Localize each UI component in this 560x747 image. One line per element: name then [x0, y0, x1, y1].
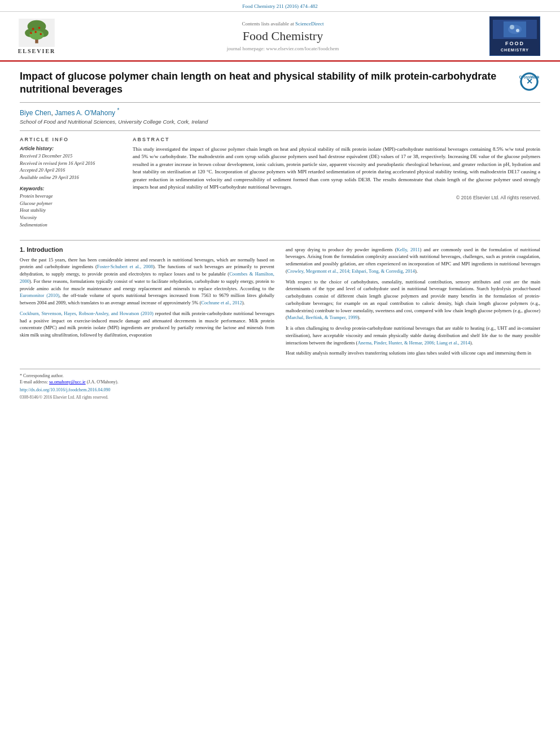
body-para-r4: Heat stability analysis normally involve…	[286, 350, 540, 357]
crossmark-section[interactable]: ✕ CrossMark	[518, 70, 540, 93]
keywords-section: Keywords: Protein beverage Glucose polym…	[20, 186, 121, 229]
ref-foster-schubert[interactable]: Foster-Schubert et al., 2008	[97, 264, 153, 269]
journal-title: Food Chemistry	[90, 29, 475, 43]
body-col-right: and spray drying to produce dry powder i…	[286, 246, 540, 361]
journal-homepage: journal homepage: www.elsevier.com/locat…	[90, 46, 475, 51]
ref-crowley[interactable]: Crowley, Megemont et al., 2014; Eshpari,…	[287, 268, 415, 274]
email-person: (J.A. O'Mahony).	[87, 379, 119, 385]
article-footer: * Corresponding author. E-mail address: …	[20, 369, 540, 402]
available-date: Available online 29 April 2016	[20, 174, 121, 181]
accepted-date: Accepted 20 April 2016	[20, 167, 121, 174]
article-info-heading: ARTICLE INFO	[20, 137, 121, 142]
body-para-r1: and spray drying to produce dry powder i…	[286, 246, 540, 275]
abstract-copyright: © 2016 Elsevier Ltd. All rights reserved…	[133, 195, 540, 200]
svg-point-14	[516, 29, 519, 32]
author-names: Biye Chen, James A. O'Mahony *	[20, 109, 119, 117]
svg-point-10	[30, 32, 32, 34]
ref-euromonitor[interactable]: Euromonitor (2010)	[20, 292, 59, 298]
ref-coombes[interactable]: Coombes & Hamilton, 2000	[20, 271, 274, 284]
body-col-left: 1. Introduction Over the past 15 years, …	[20, 246, 274, 361]
svg-point-8	[34, 30, 37, 33]
ref-cockburn[interactable]: Cockburn, Stevenson, Hayes, Robson-Ansle…	[20, 311, 154, 316]
abstract-heading: ABSTRACT	[133, 137, 540, 142]
affiliation-line: School of Food and Nutritional Sciences,…	[20, 119, 540, 125]
article-content: Impact of glucose polymer chain length o…	[0, 62, 560, 410]
corresponding-superscript: *	[117, 107, 119, 113]
article-title-section: Impact of glucose polymer chain length o…	[20, 70, 540, 103]
received-date: Received 3 December 2015	[20, 152, 121, 160]
intro-para-1: Over the past 15 years, there has been c…	[20, 256, 274, 307]
elsevier-tree-icon	[17, 19, 56, 47]
journal-header: ELSEVIER Contents lists available at Sci…	[0, 12, 560, 62]
food-chemistry-logo: FOOD CHEMISTRY	[489, 16, 540, 56]
abstract-panel: ABSTRACT This study investigated the imp…	[133, 137, 540, 233]
abstract-text: This study investigated the impact of gl…	[133, 146, 540, 191]
corresponding-footnote: * Corresponding author. E-mail address: …	[20, 373, 540, 385]
elsevier-logo: ELSEVIER	[17, 19, 56, 54]
body-content: 1. Introduction Over the past 15 years, …	[20, 246, 540, 361]
elsevier-logo-section: ELSEVIER	[17, 19, 79, 54]
doi-link[interactable]: http://dx.doi.org/10.1016/j.foodchem.201…	[20, 387, 540, 392]
svg-point-7	[38, 27, 41, 29]
footer-copyright: 0308-8146/© 2016 Elsevier Ltd. All right…	[20, 395, 540, 400]
intro-para-2: Cockburn, Stevenson, Hayes, Robson-Ansle…	[20, 310, 274, 339]
ref-kelly[interactable]: Kelly, 2011	[397, 247, 420, 252]
food-chemistry-logo-section: FOOD CHEMISTRY	[487, 16, 543, 56]
science-direct-link[interactable]: ScienceDirect	[295, 21, 323, 27]
keywords-list: Protein beverage Glucose polymer Heat st…	[20, 193, 121, 229]
body-para-r3: It is often challenging to develop prote…	[286, 325, 540, 346]
body-para-r2: With respect to the choice of carbohydra…	[286, 278, 540, 322]
article-info-panel: ARTICLE INFO Article history: Received 3…	[20, 137, 121, 233]
email-label: E-mail address:	[20, 379, 48, 385]
ref-cochrane[interactable]: Cochrane et al., 2012	[201, 300, 242, 305]
svg-text:CrossMark: CrossMark	[519, 75, 539, 79]
crossmark-icon: ✕ CrossMark	[519, 72, 539, 91]
author-biye-chen[interactable]: Biye Chen	[20, 109, 51, 117]
science-direct-line: Contents lists available at ScienceDirec…	[90, 21, 475, 27]
journal-title-section: Contents lists available at ScienceDirec…	[79, 21, 487, 51]
svg-point-9	[40, 33, 42, 35]
logo-image-icon	[504, 21, 526, 37]
author-james-omahony[interactable]: James A. O'Mahony	[55, 109, 115, 117]
article-history-section: Article history: Received 3 December 201…	[20, 146, 121, 181]
elsevier-name: ELSEVIER	[18, 48, 56, 54]
article-title: Impact of glucose polymer chain length o…	[20, 70, 518, 97]
revised-date: Received in revised form 16 April 2016	[20, 160, 121, 167]
section-divider	[20, 240, 540, 241]
ref-marchal[interactable]: Marchal, Beeftink, & Tramper, 1999	[287, 314, 358, 320]
journal-citation: Food Chemistry 211 (2016) 474–482	[242, 3, 318, 9]
food-logo-text2: CHEMISTRY	[501, 47, 529, 53]
intro-heading: 1. Introduction	[20, 246, 274, 253]
svg-point-13	[510, 25, 514, 29]
authors-line: Biye Chen, James A. O'Mahony *	[20, 107, 540, 117]
svg-point-5	[29, 30, 43, 39]
info-abstract-section: ARTICLE INFO Article history: Received 3…	[20, 130, 540, 233]
svg-point-6	[32, 28, 34, 30]
journal-citation-bar: Food Chemistry 211 (2016) 474–482	[0, 0, 560, 12]
corresponding-email[interactable]: sa.omahony@ucc.ie	[49, 379, 86, 385]
ref-anema[interactable]: Anema, Pinder, Hunter, & Hemar, 2006; Li…	[357, 340, 470, 346]
history-label: Article history:	[20, 146, 121, 151]
food-logo-text1: FOOD	[505, 41, 524, 47]
keywords-label: Keywords:	[20, 186, 121, 191]
homepage-url[interactable]: www.elsevier.com/locate/foodchem	[266, 46, 339, 51]
